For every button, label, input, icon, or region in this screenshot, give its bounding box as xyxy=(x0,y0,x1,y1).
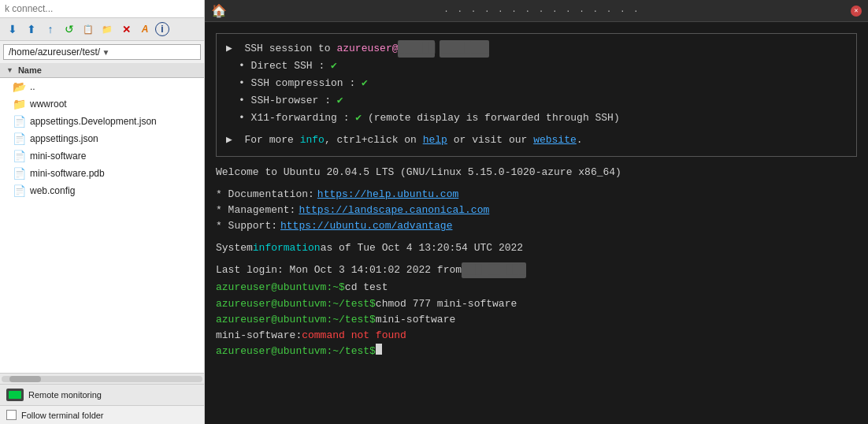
toolbar: ⬇ ⬆ ↑ ↺ 📋 📁 ✕ A i xyxy=(0,18,204,41)
file-name: .. xyxy=(30,81,35,92)
list-item[interactable]: 📄 appsettings.json xyxy=(0,130,204,147)
cmd2-line: azureuser@ubuntuvm:~/test$ chmod 777 min… xyxy=(216,296,857,312)
terminal-panel: 🏠 · · · · · · · · · · · · · · · ✕ ▶ SSH … xyxy=(205,0,868,424)
file-name: mini-software xyxy=(30,151,86,162)
terminal-close-button[interactable]: ✕ xyxy=(851,6,862,17)
file-icon: 📄 xyxy=(13,167,26,180)
last-login-text: Last login: Mon Oct 3 14:01:02 2022 from xyxy=(216,262,462,278)
ssh-comp-colon: : xyxy=(343,75,362,92)
ssh-info-box: ▶ SSH session to azureuser@ ██████ █████… xyxy=(216,33,857,157)
folder-up-icon: 📂 xyxy=(13,80,26,93)
file-list-header: ▼ Name xyxy=(0,63,204,78)
scroll-thumb[interactable] xyxy=(9,376,41,382)
doc-label: * Documentation: xyxy=(216,187,314,203)
file-icon: 📄 xyxy=(13,115,26,128)
ssh-comp-label: SSH compression xyxy=(251,75,343,92)
bottom-bar: Remote monitoring xyxy=(0,384,204,405)
info-arrow: ▶ xyxy=(226,132,244,149)
support-line: * Support: https://ubuntu.com/advantage xyxy=(216,218,857,234)
info-or: or visit our xyxy=(447,132,533,149)
download-btn[interactable]: ⬇ xyxy=(4,20,21,38)
bullet3: • xyxy=(239,92,251,110)
copy-btn[interactable]: 📋 xyxy=(80,20,97,38)
refresh-btn[interactable]: ↺ xyxy=(61,20,78,38)
sysinfo-line: System information as of Tue Oct 4 13:20… xyxy=(216,240,857,256)
info-btn[interactable]: i xyxy=(155,22,169,36)
info-help-link[interactable]: help xyxy=(423,132,447,149)
support-label: * Support: xyxy=(216,218,277,234)
error-line: mini-software: command not found xyxy=(216,328,857,344)
terminal-content: ▶ SSH session to azureuser@ ██████ █████… xyxy=(216,33,857,359)
file-list: 📂 .. 📁 wwwroot 📄 appsettings.Development… xyxy=(0,78,204,373)
cmd1-text: cd test xyxy=(345,280,388,296)
direct-ssh-label: Direct SSH xyxy=(251,58,313,75)
x11-note xyxy=(362,110,368,127)
terminal-title-icon: 🏠 xyxy=(211,3,227,19)
x11-check: ✔ xyxy=(355,110,362,127)
ssh-session-line: ▶ SSH session to azureuser@ ██████ █████… xyxy=(226,40,847,58)
file-icon: 📄 xyxy=(13,184,26,197)
follow-folder-checkbox[interactable] xyxy=(6,410,17,420)
sysinfo-cyan: information xyxy=(253,240,321,256)
ssh-comp-check: ✔ xyxy=(362,75,368,92)
list-item[interactable]: 📂 .. xyxy=(0,78,204,95)
direct-ssh-line: • Direct SSH : ✔ xyxy=(239,58,847,75)
ssh-user: azureuser@ xyxy=(336,40,398,58)
scroll-track[interactable] xyxy=(2,376,202,382)
mgmt-label: * Management: xyxy=(216,203,295,218)
info-period: . xyxy=(577,132,583,149)
follow-folder-label: Follow terminal folder xyxy=(21,411,104,420)
terminal-titlebar: 🏠 · · · · · · · · · · · · · · · ✕ xyxy=(205,0,868,22)
list-item[interactable]: 📄 mini-software xyxy=(0,147,204,165)
cmd2-prompt: azureuser@ubuntuvm:~/test$ xyxy=(216,296,376,312)
upload-btn[interactable]: ⬆ xyxy=(23,20,40,38)
info-ctrl: , ctrl+click on xyxy=(325,132,423,149)
ssh-comp-line: • SSH compression : ✔ xyxy=(239,75,847,92)
info-line: ▶ For more info , ctrl+click on help or … xyxy=(226,132,847,149)
monitor-icon xyxy=(6,389,24,401)
file-icon: 📄 xyxy=(13,132,26,145)
search-bar xyxy=(0,0,204,18)
ssh-label: SSH session to xyxy=(244,40,336,58)
x11-line: • X11-forwarding : ✔ (remote display is … xyxy=(239,110,847,127)
new-folder-btn[interactable]: 📁 xyxy=(98,20,116,38)
info-cyan: info xyxy=(300,132,325,149)
welcome-text: Welcome to Ubuntu 20.04.5 LTS (GNU/Linux… xyxy=(216,165,621,180)
list-item[interactable]: 📁 wwwroot xyxy=(0,95,204,113)
ssh-arrow: ▶ xyxy=(226,40,244,58)
left-panel: ⬇ ⬆ ↑ ↺ 📋 📁 ✕ A i /home/azureuser/test/ … xyxy=(0,0,205,424)
delete-btn[interactable]: ✕ xyxy=(117,20,135,38)
err-msg: command not found xyxy=(302,328,406,344)
file-name: appsettings.json xyxy=(30,133,98,144)
folder-icon: 📁 xyxy=(13,98,26,110)
current-path: /home/azureuser/test/ xyxy=(9,46,102,58)
direct-ssh-colon: : xyxy=(313,58,331,75)
list-item[interactable]: 📄 mini-software.pdb xyxy=(0,165,204,182)
final-prompt: azureuser@ubuntuvm:~/test$ xyxy=(216,344,376,359)
bullet4: • xyxy=(239,110,251,127)
cmd3-line: azureuser@ubuntuvm:~/test$ mini-software xyxy=(216,312,857,328)
follow-folder-bar: Follow terminal folder xyxy=(0,405,204,424)
sysinfo-text: System xyxy=(216,240,253,256)
ssh-host-blur: ██████ xyxy=(398,40,435,58)
collapse-arrow[interactable]: ▼ xyxy=(6,66,13,74)
file-name: wwwroot xyxy=(30,99,67,110)
doc-url[interactable]: https://help.ubuntu.com xyxy=(317,187,458,203)
terminal-title-text: · · · · · · · · · · · · · · · xyxy=(233,6,851,16)
path-dropdown-arrow[interactable]: ▼ xyxy=(102,48,196,57)
ssh-browser-colon: : xyxy=(318,92,336,110)
x11-label: X11-forwarding xyxy=(251,110,337,127)
mgmt-url[interactable]: https://landscape.canonical.com xyxy=(299,203,489,218)
search-input[interactable] xyxy=(5,3,199,14)
info-website-link[interactable]: website xyxy=(533,132,577,149)
list-item[interactable]: 📄 appsettings.Development.json xyxy=(0,113,204,130)
support-url[interactable]: https://ubuntu.com/advantage xyxy=(280,218,452,234)
up-folder-btn[interactable]: ↑ xyxy=(42,20,59,38)
last-login-line: Last login: Mon Oct 3 14:01:02 2022 from… xyxy=(216,262,857,278)
rename-btn[interactable]: A xyxy=(136,20,154,38)
cmd3-prompt: azureuser@ubuntuvm:~/test$ xyxy=(216,312,376,328)
bullet2: • xyxy=(239,75,251,92)
info-for-more: For more xyxy=(244,132,299,149)
list-item[interactable]: 📄 web.config xyxy=(0,182,204,199)
sysinfo-end: as of Tue Oct 4 13:20:54 UTC 2022 xyxy=(321,240,523,256)
